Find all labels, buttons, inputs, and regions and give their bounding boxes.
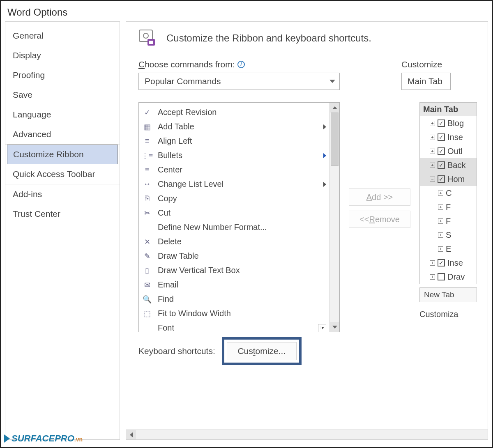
tree-item[interactable]: +F: [420, 200, 477, 214]
customize-shortcuts-button[interactable]: Customize...: [227, 342, 297, 360]
info-icon[interactable]: i: [237, 61, 245, 68]
scroll-up-button[interactable]: [330, 103, 339, 113]
expander-icon[interactable]: +: [438, 246, 443, 252]
command-label: Change List Level: [158, 179, 318, 189]
expander-icon[interactable]: +: [430, 135, 435, 140]
command-item[interactable]: ✉Email: [139, 278, 329, 292]
tree-label: F: [446, 202, 451, 212]
options-sidebar: General Display Proofing Save Language A…: [5, 21, 120, 440]
tree-item[interactable]: +✓Inse: [420, 256, 477, 270]
sidebar-item-general[interactable]: General: [5, 26, 120, 46]
sidebar-item-language[interactable]: Language: [5, 105, 120, 124]
tree-item[interactable]: +E: [420, 242, 477, 256]
command-item[interactable]: ⎘Copy: [139, 191, 329, 206]
command-item[interactable]: Define New Number Format...: [139, 220, 329, 234]
customize-ribbon-value: Main Tab: [408, 76, 442, 86]
sidebar-item-quick-access[interactable]: Quick Access Toolbar: [5, 164, 120, 184]
checkbox[interactable]: ✓: [438, 119, 445, 127]
command-item[interactable]: ≡Align Left: [139, 134, 329, 148]
commands-listbox[interactable]: ✓Accept Revision▦Add Table≡Align Left⋮≡B…: [138, 102, 340, 332]
play-icon: [4, 434, 10, 443]
command-item[interactable]: ✂Cut: [139, 206, 329, 220]
expander-icon[interactable]: +: [430, 163, 435, 168]
font-picker-icon[interactable]: I▾: [318, 324, 326, 332]
expander-icon[interactable]: +: [430, 149, 435, 154]
command-item[interactable]: ↔Change List Level: [139, 177, 329, 191]
command-icon: 🔍: [142, 294, 152, 304]
expander-icon[interactable]: +: [438, 204, 443, 210]
window-title: Word Options: [1, 1, 492, 21]
command-item[interactable]: ⬚Fit to Window Width: [139, 306, 329, 321]
choose-commands-value: Popular Commands: [145, 76, 221, 86]
command-icon: ✉: [142, 280, 152, 290]
tree-item[interactable]: −✓Hom: [420, 172, 477, 186]
expander-icon[interactable]: +: [430, 121, 435, 126]
tree-label: F: [446, 216, 451, 226]
sidebar-item-trust-center[interactable]: Trust Center: [5, 204, 120, 224]
expander-icon[interactable]: +: [438, 218, 443, 224]
command-item[interactable]: ▦Add Table: [139, 119, 329, 134]
keyboard-shortcuts-label: Keyboard shortcuts:: [138, 346, 215, 356]
command-icon: ✓: [142, 108, 152, 117]
command-item[interactable]: ✕Delete: [139, 234, 329, 249]
tree-item[interactable]: +Drav: [420, 270, 477, 284]
command-item[interactable]: FontI▾: [139, 321, 329, 332]
scroll-left-button[interactable]: [126, 430, 136, 439]
expander-icon[interactable]: +: [430, 274, 435, 280]
customize-ribbon-dropdown[interactable]: Main Tab: [401, 73, 451, 90]
sidebar-item-proofing[interactable]: Proofing: [5, 65, 120, 85]
tree-item[interactable]: +F: [420, 214, 477, 228]
checkbox[interactable]: ✓: [438, 259, 445, 267]
sidebar-item-customize-ribbon[interactable]: Customize Ribbon: [7, 145, 118, 164]
expander-icon[interactable]: +: [430, 260, 435, 266]
command-label: Find: [158, 294, 326, 304]
expander-icon[interactable]: −: [430, 177, 435, 182]
tree-item[interactable]: +✓Blog: [420, 116, 477, 130]
checkbox[interactable]: ✓: [438, 133, 445, 141]
tree-item[interactable]: +S: [420, 228, 477, 242]
customizations-label: Customiza: [419, 310, 477, 319]
command-item[interactable]: 🔍Find: [139, 292, 329, 306]
checkbox[interactable]: ✓: [438, 161, 445, 169]
checkbox[interactable]: [438, 273, 445, 280]
tree-item[interactable]: +✓Inse: [420, 130, 477, 144]
tree-label: Inse: [447, 258, 463, 268]
command-item[interactable]: ✎Draw Table: [139, 249, 329, 263]
sidebar-item-addins[interactable]: Add-ins: [5, 184, 120, 204]
command-item[interactable]: ≡Center: [139, 163, 329, 177]
command-icon: ✕: [142, 237, 152, 247]
submenu-arrow-icon: [323, 153, 326, 158]
tree-label: Hom: [447, 175, 465, 184]
tree-item[interactable]: +C: [420, 186, 477, 200]
command-label: Cut: [158, 208, 326, 218]
command-item[interactable]: ✓Accept Revision: [139, 105, 329, 119]
command-icon: [142, 223, 152, 232]
command-icon: ⎘: [142, 194, 152, 204]
remove-button[interactable]: << Remove: [349, 211, 410, 228]
sidebar-item-save[interactable]: Save: [5, 85, 120, 105]
watermark-logo: SURFACEPRO.vn: [4, 433, 83, 444]
command-item[interactable]: ⋮≡Bullets: [139, 148, 329, 163]
customize-ribbon-icon: [138, 29, 158, 47]
new-tab-button[interactable]: New Tab: [419, 287, 477, 302]
command-label: Add Table: [158, 122, 318, 131]
command-label: Align Left: [158, 136, 326, 146]
scrollbar-vertical[interactable]: [329, 103, 339, 332]
svg-rect-3: [149, 41, 153, 44]
scrollbar-horizontal[interactable]: [126, 430, 488, 439]
tree-item[interactable]: +✓Back: [420, 158, 477, 172]
checkbox[interactable]: ✓: [438, 175, 445, 183]
expander-icon[interactable]: +: [438, 191, 443, 196]
command-item[interactable]: ▯Draw Vertical Text Box: [139, 263, 329, 278]
sidebar-item-advanced[interactable]: Advanced: [5, 124, 120, 145]
add-button[interactable]: Add >>: [349, 188, 410, 206]
sidebar-item-display[interactable]: Display: [5, 46, 120, 65]
tree-item[interactable]: +✓Outl: [420, 144, 477, 158]
scroll-thumb[interactable]: [331, 113, 339, 166]
expander-icon[interactable]: +: [438, 232, 443, 238]
ribbon-tree[interactable]: +✓Blog+✓Inse+✓Outl+✓Back−✓Hom+C+F+F+S+E+…: [419, 116, 477, 284]
choose-commands-dropdown[interactable]: Popular Commands: [138, 73, 340, 90]
checkbox[interactable]: ✓: [438, 147, 445, 155]
scroll-down-button[interactable]: [330, 322, 339, 332]
customize-highlight: Customize...: [222, 337, 302, 365]
